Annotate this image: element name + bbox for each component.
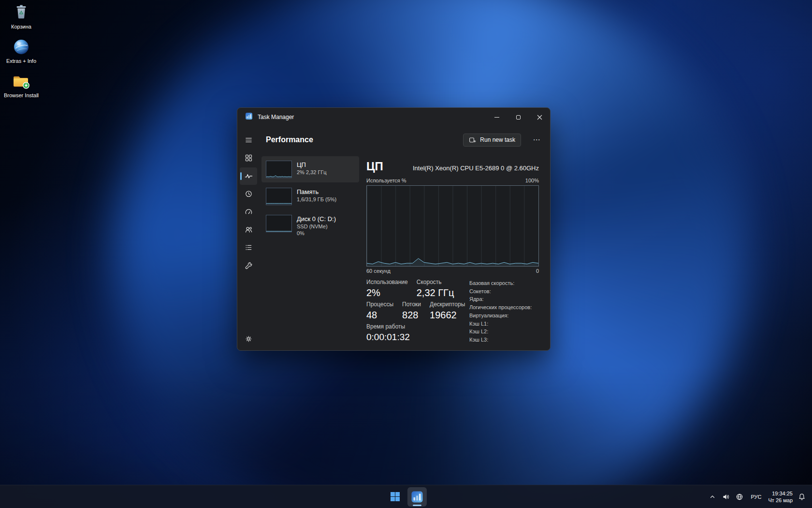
volume-button[interactable] <box>722 493 730 501</box>
cpu-stats: Использование 2% Скорость 2,32 ГГц <box>366 279 469 345</box>
spec-label: Виртуализация: <box>469 312 539 320</box>
performance-metric-list: ЦП 2% 2,32 ГГц Память 1,6/31,9 ГБ (5%) <box>260 153 361 350</box>
processes-grid-icon <box>245 154 253 162</box>
task-manager-app-icon <box>245 112 253 122</box>
performance-pulse-icon <box>245 172 253 180</box>
start-button[interactable] <box>385 487 405 507</box>
hamburger-icon <box>245 136 253 144</box>
chart-y-max-label: 100% <box>525 178 539 183</box>
run-new-task-button[interactable]: Run new task <box>463 134 521 147</box>
minimize-icon <box>494 117 499 118</box>
window-header: Performance Run new task ⋯ <box>260 126 550 153</box>
network-button[interactable] <box>735 493 744 501</box>
window-titlebar[interactable]: Task Manager <box>237 108 550 126</box>
desktop-icon-browser-install[interactable]: Browser Install <box>2 72 41 98</box>
window-title: Task Manager <box>258 114 294 120</box>
language-indicator[interactable]: РУС <box>749 493 763 501</box>
sidebar-item-performance[interactable] <box>240 167 257 185</box>
hidden-icons-button[interactable] <box>708 493 717 501</box>
run-new-task-icon <box>469 136 476 144</box>
details-list-icon <box>245 243 253 252</box>
stat-handles: Дескрипторы 19662 <box>430 301 465 321</box>
system-tray: РУС 19:34:25 Чт 26 мар <box>708 485 812 508</box>
spec-label: Базовая скорость: <box>469 279 539 287</box>
chevron-up-icon <box>710 494 715 500</box>
chart-x-left-label: 60 секунд <box>366 268 391 274</box>
cpu-detail-panel: ЦП Intel(R) Xeon(R) CPU E5-2689 0 @ 2.60… <box>361 153 550 350</box>
hamburger-menu-button[interactable] <box>240 132 257 149</box>
maximize-icon <box>516 115 521 120</box>
cpu-panel-title: ЦП <box>366 160 383 173</box>
disk-thumbnail-chart <box>266 215 292 232</box>
sidebar-nav <box>237 126 260 350</box>
desktop-icon-label: Корзина <box>11 24 31 30</box>
page-title: Performance <box>266 135 313 144</box>
spec-label: Логических процессоров: <box>469 303 539 312</box>
taskbar: РУС 19:34:25 Чт 26 мар <box>0 485 812 508</box>
cpu-thumbnail-chart <box>266 161 292 178</box>
metric-subtitle: SSD (NVMe) <box>297 223 336 230</box>
recycle-bin-icon <box>14 3 29 22</box>
stat-threads: Потоки 828 <box>402 301 421 321</box>
maximize-button[interactable] <box>508 108 529 126</box>
metric-title: Память <box>297 188 336 196</box>
run-new-task-label: Run new task <box>480 136 515 143</box>
metric-item-disk0[interactable]: Диск 0 (C: D:) SSD (NVMe) 0% <box>261 210 359 241</box>
sidebar-item-processes[interactable] <box>240 149 257 167</box>
spec-label: Кэш L3: <box>469 336 539 344</box>
metric-title: Диск 0 (C: D:) <box>297 215 336 223</box>
app-history-clock-icon <box>245 190 253 198</box>
network-globe-icon <box>736 493 743 501</box>
cpu-specs-list: Базовая скорость: Сокетов: Ядра: Логичес… <box>469 279 539 345</box>
stat-uptime: Время работы 0:00:01:32 <box>366 323 410 343</box>
stat-speed: Скорость 2,32 ГГц <box>417 279 454 299</box>
browser-install-icon <box>12 72 30 91</box>
metric-item-memory[interactable]: Память 1,6/31,9 ГБ (5%) <box>261 183 359 209</box>
spec-label: Сокетов: <box>469 287 539 296</box>
spec-label: Кэш L1: <box>469 320 539 328</box>
task-manager-window: Task Manager <box>237 107 551 351</box>
notification-bell-icon <box>798 493 806 501</box>
speaker-icon <box>722 493 730 501</box>
sidebar-item-services[interactable] <box>240 257 257 274</box>
startup-gauge-icon <box>245 208 253 216</box>
notifications-button[interactable] <box>798 493 806 501</box>
memory-thumbnail-chart <box>266 188 292 205</box>
desktop-icon-list: Корзина Extras + Info <box>2 3 41 106</box>
metric-item-cpu[interactable]: ЦП 2% 2,32 ГГц <box>261 156 359 182</box>
stat-processes: Процессы 48 <box>366 301 393 321</box>
sidebar-item-details[interactable] <box>240 239 257 256</box>
date-text: Чт 26 мар <box>768 497 793 504</box>
desktop-icon-label: Browser Install <box>4 92 39 98</box>
cpu-device-name: Intel(R) Xeon(R) CPU E5-2689 0 @ 2.60GHz <box>413 164 539 173</box>
close-button[interactable] <box>529 108 550 126</box>
metric-subtitle: 1,6/31,9 ГБ (5%) <box>297 196 336 203</box>
desktop-icon-label: Extras + Info <box>6 58 36 64</box>
close-icon <box>537 115 542 120</box>
desktop-icon-extras-info[interactable]: Extras + Info <box>2 37 41 64</box>
sidebar-item-app-history[interactable] <box>240 185 257 203</box>
sidebar-item-users[interactable] <box>240 221 257 239</box>
task-manager-taskbar-icon <box>411 491 423 503</box>
chart-y-axis-label: Используется % <box>366 178 406 183</box>
stat-usage: Использование 2% <box>366 279 408 299</box>
sidebar-item-settings[interactable] <box>240 330 257 347</box>
spec-label: Кэш L2: <box>469 328 539 336</box>
clock[interactable]: 19:34:25 Чт 26 мар <box>768 490 793 504</box>
sidebar-item-startup-apps[interactable] <box>240 203 257 221</box>
caption-buttons <box>486 108 550 126</box>
metric-subtitle: 2% 2,32 ГГц <box>297 169 327 176</box>
services-wrench-icon <box>245 261 253 269</box>
extras-info-icon <box>13 37 30 57</box>
minimize-button[interactable] <box>486 108 508 126</box>
taskbar-task-manager-button[interactable] <box>407 487 427 507</box>
spec-label: Ядра: <box>469 295 539 303</box>
metric-subtitle2: 0% <box>297 230 336 237</box>
users-icon <box>245 225 253 234</box>
windows-logo-icon <box>390 492 400 502</box>
desktop-icon-recycle-bin[interactable]: Корзина <box>2 3 41 30</box>
time-text: 19:34:25 <box>768 490 793 497</box>
more-options-button[interactable]: ⋯ <box>530 135 543 144</box>
cpu-usage-chart <box>366 185 539 267</box>
settings-gear-icon <box>245 335 253 343</box>
